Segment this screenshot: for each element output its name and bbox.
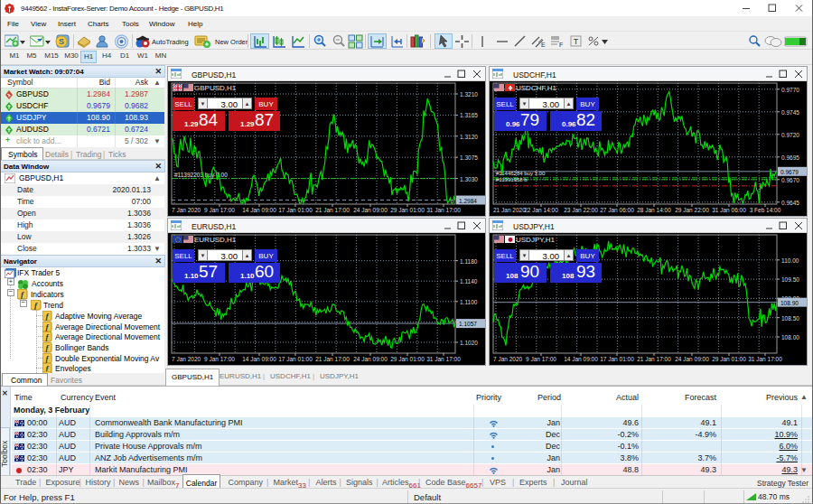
svg-text:7 Jan 2020: 7 Jan 2020 (172, 207, 201, 213)
svg-text:21 Jan 17:00: 21 Jan 17:00 (315, 207, 350, 213)
svg-text:1.2984: 1.2984 (459, 198, 477, 204)
svg-text:1.3120: 1.3120 (460, 134, 478, 140)
svg-text:31 Jan 17:00: 31 Jan 17:00 (426, 207, 461, 213)
svg-text:0.9670: 0.9670 (781, 177, 799, 183)
svg-text:27 Jan 06:00: 27 Jan 06:00 (600, 207, 634, 213)
svg-text:110.00: 110.00 (781, 257, 799, 264)
svg-text:29 Jan 22:00: 29 Jan 22:00 (675, 207, 709, 213)
svg-text:28 Jan 14:00: 28 Jan 14:00 (637, 207, 671, 213)
svg-text:108.00: 108.00 (781, 334, 799, 341)
svg-text:0.9695: 0.9695 (781, 154, 799, 161)
svg-text:1.1020: 1.1020 (460, 340, 478, 346)
svg-text:14 Jan 09:00: 14 Jan 09:00 (242, 356, 276, 362)
svg-text:108.90: 108.90 (780, 300, 799, 306)
svg-text:#11391958 b: #11391958 b (496, 177, 528, 182)
svg-text:9 Jan 17:00: 9 Jan 17:00 (204, 207, 235, 213)
svg-text:3 Feb 14:00: 3 Feb 14:00 (750, 207, 781, 213)
svg-text:9 Jan 17:00: 9 Jan 17:00 (526, 356, 556, 362)
svg-text:29 Jan 01:00: 29 Jan 01:00 (390, 356, 425, 362)
svg-text:T: T (574, 37, 579, 46)
svg-text:1.3030: 1.3030 (460, 176, 478, 182)
svg-text:17 Jan 01:00: 17 Jan 01:00 (278, 207, 313, 213)
svg-text:24 Jan 09:00: 24 Jan 09:00 (353, 207, 388, 213)
svg-text:24 Jan 09:00: 24 Jan 09:00 (675, 356, 709, 362)
svg-text:0.9645: 0.9645 (781, 200, 799, 206)
svg-text:17 Jan 01:00: 17 Jan 01:00 (278, 356, 313, 362)
svg-text:1.1180: 1.1180 (460, 258, 478, 265)
svg-text:14 Jan 09:00: 14 Jan 09:00 (242, 207, 276, 213)
svg-text:29 Jan 01:00: 29 Jan 01:00 (390, 207, 425, 213)
svg-text:22 Jan 14:00: 22 Jan 14:00 (524, 207, 558, 213)
svg-text:31 Jan 17:00: 31 Jan 17:00 (748, 356, 782, 362)
svg-text:21 Jan 2020: 21 Jan 2020 (493, 207, 526, 213)
svg-text:#11446284 buy 3.00: #11446284 buy 3.00 (496, 171, 546, 176)
svg-text:24 Jan 09:00: 24 Jan 09:00 (353, 356, 388, 362)
svg-text:0.9770: 0.9770 (781, 87, 799, 93)
svg-text:29 Jan 01:00: 29 Jan 01:00 (712, 356, 746, 362)
svg-text:S: S (59, 37, 64, 46)
svg-text:1.1100: 1.1100 (460, 299, 478, 305)
svg-text:1.3210: 1.3210 (460, 91, 478, 98)
svg-text:21 Jan 17:00: 21 Jan 17:00 (637, 356, 671, 362)
svg-text:14 Jan 09:00: 14 Jan 09:00 (564, 356, 598, 362)
svg-text:17 Jan 01:00: 17 Jan 01:00 (600, 356, 634, 362)
svg-text:E: E (541, 42, 546, 48)
svg-text:1.1057: 1.1057 (459, 321, 477, 327)
svg-text:7 Jan 2020: 7 Jan 2020 (172, 356, 201, 362)
svg-text:1.3165: 1.3165 (460, 112, 478, 118)
svg-text:1.3075: 1.3075 (460, 154, 478, 161)
svg-text:F: F (559, 42, 563, 48)
svg-text:0.9745: 0.9745 (781, 109, 799, 116)
svg-text:31 Jan 06:00: 31 Jan 06:00 (712, 207, 746, 213)
svg-text:1.1140: 1.1140 (460, 278, 478, 285)
svg-text:21 Jan 17:00: 21 Jan 17:00 (315, 356, 350, 362)
svg-text:23 Jan 22:00: 23 Jan 22:00 (564, 207, 598, 213)
svg-text:109.50: 109.50 (781, 276, 799, 283)
svg-text:9 Jan 17:00: 9 Jan 17:00 (204, 356, 235, 362)
svg-text:7 Jan 2020: 7 Jan 2020 (493, 356, 523, 362)
svg-text:0.9720: 0.9720 (781, 132, 799, 138)
svg-text:0.9679: 0.9679 (780, 169, 799, 175)
svg-text:31 Jan 17:00: 31 Jan 17:00 (426, 356, 461, 362)
svg-text:108.50: 108.50 (781, 315, 799, 322)
